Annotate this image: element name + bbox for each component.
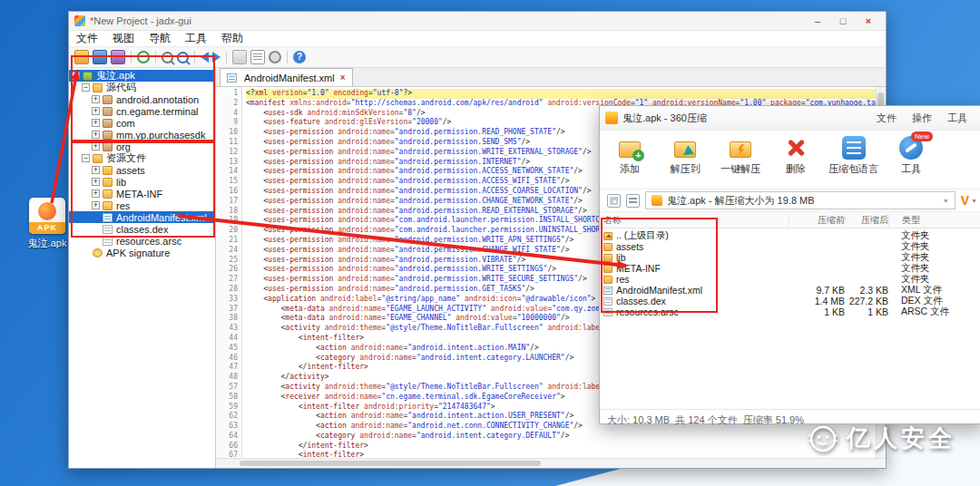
expand-icon[interactable]: + bbox=[92, 107, 100, 115]
tree-item-classes-dex[interactable]: classes.dex bbox=[69, 223, 215, 235]
forward-icon[interactable] bbox=[212, 52, 220, 63]
zip-tool-archive-language[interactable]: 压缩包语言 bbox=[828, 136, 878, 176]
cert-icon bbox=[93, 248, 103, 258]
expand-icon[interactable]: + bbox=[92, 190, 100, 198]
tree-item-label: META-INF bbox=[116, 189, 162, 199]
line-number: 66 bbox=[216, 442, 238, 452]
tree-item-pkg-android-annotation[interactable]: +android.annotation bbox=[69, 93, 215, 105]
skin-v-button[interactable]: V ▼ bbox=[961, 193, 977, 208]
editor-hscrollbar[interactable] bbox=[216, 458, 886, 468]
minimize-button[interactable]: – bbox=[806, 14, 829, 29]
tree-item-assets[interactable]: +assets bbox=[69, 164, 215, 176]
tree-item-res[interactable]: +res bbox=[69, 199, 215, 211]
tree-item-pkg-com[interactable]: +com bbox=[69, 117, 215, 129]
zip-menu-operation[interactable]: 操作 bbox=[912, 112, 932, 125]
text-search-icon[interactable] bbox=[162, 52, 173, 63]
tree-item-root-apk[interactable]: −鬼泣.apk bbox=[69, 70, 215, 82]
address-box[interactable]: 鬼泣.apk - 解压缩大小为 19.8 MB ▼ bbox=[645, 191, 956, 209]
preferences-icon[interactable] bbox=[269, 51, 281, 63]
log-viewer-icon[interactable] bbox=[250, 50, 265, 64]
hscroll-thumb[interactable] bbox=[240, 461, 541, 466]
grid-view-icon[interactable] bbox=[607, 194, 621, 208]
tree-item-pkg-cn-egame-terminal[interactable]: +cn.egame.terminal bbox=[69, 105, 215, 117]
tree-item-lib[interactable]: +lib bbox=[69, 176, 215, 188]
file-size-after: 1 KB bbox=[845, 306, 888, 317]
tree-item-pkg-mm-yp-purchasesdk[interactable]: +mm.yp.purchasesdk bbox=[69, 129, 215, 141]
class-search-icon[interactable] bbox=[177, 52, 189, 63]
menu-navigation[interactable]: 导航 bbox=[142, 31, 178, 46]
zip-menu-file[interactable]: 文件 bbox=[877, 112, 897, 125]
dex-file-icon bbox=[603, 297, 612, 306]
maximize-button[interactable]: □ bbox=[831, 14, 855, 29]
desktop-icon-label: 鬼泣.apk bbox=[22, 237, 73, 250]
expand-icon[interactable]: + bbox=[92, 201, 100, 209]
chevron-down-icon[interactable]: ▼ bbox=[943, 198, 949, 204]
line-number: 17 bbox=[216, 197, 238, 207]
back-icon[interactable] bbox=[201, 52, 209, 63]
code-line: <category android:name="android.intent.c… bbox=[246, 432, 876, 442]
file-name: assets bbox=[616, 241, 643, 252]
file-size-before: 1 KB bbox=[789, 306, 845, 317]
xml-file-icon bbox=[603, 287, 612, 295]
expand-icon[interactable]: + bbox=[92, 178, 100, 186]
zip-tool-extract-to[interactable]: 解压到 bbox=[662, 136, 708, 176]
save-all-icon[interactable] bbox=[93, 50, 107, 64]
export-icon[interactable] bbox=[111, 50, 125, 64]
zip-tool-label: 添加 bbox=[620, 162, 640, 176]
zip-tool-delete[interactable]: 删除 bbox=[773, 136, 818, 176]
open-file-icon[interactable] bbox=[74, 50, 89, 64]
menu-view[interactable]: 视图 bbox=[105, 31, 142, 46]
collapse-icon[interactable]: − bbox=[82, 154, 90, 162]
tree-item-androidmanifest-xml[interactable]: AndroidManifest.xml bbox=[69, 211, 215, 223]
column-header-0[interactable]: 名称 bbox=[603, 214, 789, 227]
list-view-icon[interactable] bbox=[626, 194, 640, 208]
folder-icon bbox=[603, 265, 612, 273]
file-row[interactable]: resources.arsc1 KB1 KBARSC 文件 bbox=[600, 306, 980, 317]
close-button[interactable]: × bbox=[857, 14, 880, 29]
tree-item-resources[interactable]: −资源文件 bbox=[69, 152, 215, 164]
jadx-titlebar[interactable]: *New Project - jadx-gui – □ × bbox=[69, 12, 886, 31]
collapse-icon[interactable]: − bbox=[82, 83, 90, 92]
line-number: 19 bbox=[216, 216, 238, 226]
tree-item-apk-signature[interactable]: APK signature bbox=[69, 247, 215, 258]
tree-item-resources-arsc[interactable]: resources.arsc bbox=[69, 235, 215, 247]
help-icon[interactable] bbox=[293, 51, 306, 63]
tab-androidmanifest[interactable]: AndroidManifest.xml × bbox=[220, 68, 353, 86]
file-name: resources.arsc bbox=[616, 306, 679, 317]
zip-list-header: 名称压缩前压缩后类型 bbox=[600, 211, 980, 228]
menu-file[interactable]: 文件 bbox=[69, 31, 105, 46]
reload-icon[interactable] bbox=[137, 51, 150, 63]
column-header-3[interactable]: 类型 bbox=[888, 214, 980, 227]
expand-icon[interactable]: + bbox=[92, 131, 100, 139]
tree-item-source-code[interactable]: −源代码 bbox=[69, 82, 215, 93]
code-line: <?xml version="1.0" encoding="utf-8"?> bbox=[246, 89, 876, 99]
zip-menu-tools[interactable]: 工具 bbox=[947, 112, 967, 125]
zip-tool-tools[interactable]: New工具 bbox=[888, 136, 934, 176]
expand-icon[interactable]: + bbox=[92, 119, 100, 127]
tab-close-icon[interactable]: × bbox=[340, 73, 346, 83]
column-header-2[interactable]: 压缩后 bbox=[845, 214, 888, 227]
package-icon bbox=[103, 142, 113, 151]
zip-tool-one-key-extract[interactable]: 一键解压 bbox=[718, 136, 763, 176]
zip-titlebar[interactable]: 鬼泣.apk - 360压缩 文件操作工具帮助 bbox=[600, 106, 980, 131]
tree-item-label: android.annotation bbox=[116, 94, 199, 105]
collapse-icon[interactable]: − bbox=[72, 72, 80, 80]
expand-icon[interactable]: + bbox=[92, 95, 100, 103]
menu-tools[interactable]: 工具 bbox=[178, 31, 214, 46]
tree-item-label: 资源文件 bbox=[106, 151, 146, 165]
folder-icon bbox=[93, 154, 103, 163]
zip-tool-add[interactable]: 添加 bbox=[607, 136, 652, 176]
zip-menus: 文件操作工具帮助 bbox=[877, 106, 980, 130]
line-number: 24 bbox=[216, 246, 238, 256]
expand-icon[interactable]: + bbox=[92, 142, 100, 151]
expand-icon[interactable]: + bbox=[92, 166, 100, 174]
column-header-1[interactable]: 压缩前 bbox=[789, 214, 845, 227]
tree-item-meta-inf[interactable]: +META-INF bbox=[69, 188, 215, 199]
line-number: 13 bbox=[216, 158, 238, 168]
menu-help[interactable]: 帮助 bbox=[214, 31, 250, 46]
watermark-text: 亿人安全 bbox=[847, 423, 956, 454]
toolbar-separator bbox=[155, 51, 156, 63]
apk-desktop-icon[interactable]: APK 鬼泣.apk bbox=[22, 198, 73, 250]
deobfuscation-icon[interactable] bbox=[232, 50, 247, 64]
v-icon: V bbox=[961, 193, 969, 208]
